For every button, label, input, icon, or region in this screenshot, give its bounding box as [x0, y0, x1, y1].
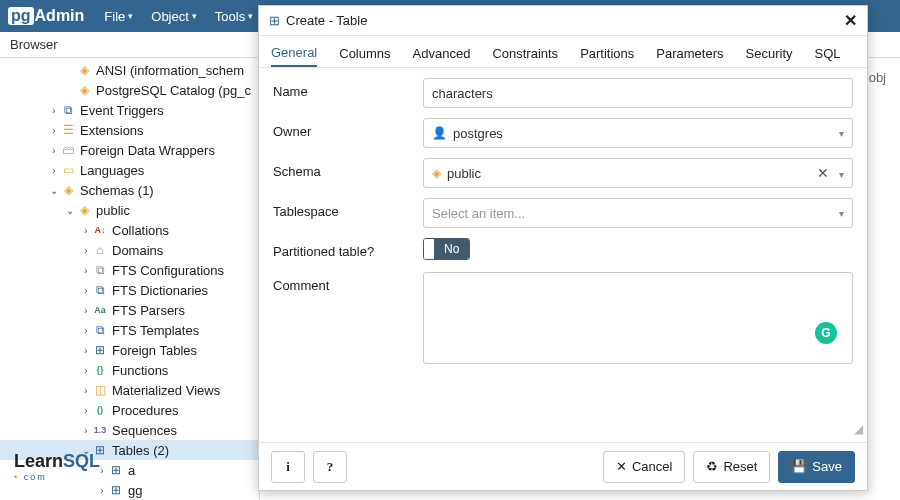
- tree-node[interactable]: ›⌂Domains: [0, 240, 259, 260]
- tree-node[interactable]: ◈PostgreSQL Catalog (pg_c: [0, 80, 259, 100]
- tree-node[interactable]: ›⧉FTS Dictionaries: [0, 280, 259, 300]
- chevron-down-icon: ▾: [128, 11, 133, 21]
- cancel-button[interactable]: ✕Cancel: [603, 451, 685, 483]
- schema-value: public: [447, 166, 481, 181]
- tree-node-icon: ◈: [76, 83, 92, 97]
- grammarly-icon[interactable]: G: [815, 322, 837, 344]
- tree-node-label: a: [128, 463, 135, 478]
- tree-node-icon: ◈: [76, 203, 92, 217]
- tree-caret-icon[interactable]: ›: [80, 345, 92, 356]
- tree-node-icon: ⧉: [92, 263, 108, 277]
- chevron-down-icon: ✕▾: [817, 165, 844, 181]
- tree-caret-icon[interactable]: ›: [80, 405, 92, 416]
- top-menu: File▾ Object▾ Tools▾: [104, 9, 253, 24]
- tablespace-select[interactable]: Select an item... ▾: [423, 198, 853, 228]
- tree-node-label: gg: [128, 483, 142, 498]
- menu-file[interactable]: File▾: [104, 9, 133, 24]
- tree-node-icon: 1.3: [92, 425, 108, 435]
- tree-caret-icon[interactable]: ›: [80, 365, 92, 376]
- dialog-titlebar[interactable]: ⊞ Create - Table ✕: [259, 6, 867, 36]
- tab-constraints[interactable]: Constraints: [492, 46, 558, 67]
- tree-node-icon: {}: [92, 365, 108, 375]
- tree-caret-icon[interactable]: ›: [80, 325, 92, 336]
- tree-node-label: Tables (2): [112, 443, 169, 458]
- browser-label: Browser: [10, 37, 58, 52]
- tree-node[interactable]: ›1.3Sequences: [0, 420, 259, 440]
- help-button[interactable]: ?: [313, 451, 347, 483]
- tree-node[interactable]: ›()Procedures: [0, 400, 259, 420]
- recycle-icon: ♻: [706, 459, 718, 474]
- partitioned-toggle[interactable]: No: [423, 238, 470, 260]
- tree-caret-icon[interactable]: ›: [48, 145, 60, 156]
- info-button[interactable]: i: [271, 451, 305, 483]
- tree-node[interactable]: ›{}Functions: [0, 360, 259, 380]
- user-icon: 👤: [432, 126, 447, 140]
- tree-caret-icon[interactable]: ›: [80, 425, 92, 436]
- schema-label: Schema: [273, 158, 423, 179]
- tab-columns[interactable]: Columns: [339, 46, 390, 67]
- tree-caret-icon[interactable]: ›: [80, 225, 92, 236]
- schema-select[interactable]: ◈ public ✕▾: [423, 158, 853, 188]
- tree-node[interactable]: ›⧉FTS Templates: [0, 320, 259, 340]
- tree-node[interactable]: ›⧉FTS Configurations: [0, 260, 259, 280]
- menu-object[interactable]: Object▾: [151, 9, 197, 24]
- owner-value: postgres: [453, 126, 503, 141]
- tree-node[interactable]: ›AaFTS Parsers: [0, 300, 259, 320]
- logo: pgAdmin: [8, 7, 84, 25]
- close-icon[interactable]: ✕: [844, 11, 857, 30]
- dialog-body: Name Owner 👤 postgres ▾ Schema ◈ public …: [259, 68, 867, 442]
- name-input[interactable]: [423, 78, 853, 108]
- tree-node-label: ANSI (information_schem: [96, 63, 244, 78]
- tab-parameters[interactable]: Parameters: [656, 46, 723, 67]
- create-table-dialog: ⊞ Create - Table ✕ GeneralColumnsAdvance…: [258, 5, 868, 491]
- tree-node[interactable]: ›☰Extensions: [0, 120, 259, 140]
- tree-node-icon: ▭: [60, 163, 76, 177]
- save-button[interactable]: 💾Save: [778, 451, 855, 483]
- comment-textarea[interactable]: [423, 272, 853, 364]
- tree-caret-icon[interactable]: ›: [96, 485, 108, 496]
- resize-handle-icon[interactable]: ◢: [854, 422, 863, 436]
- tree-node[interactable]: ◈ANSI (information_schem: [0, 60, 259, 80]
- owner-select[interactable]: 👤 postgres ▾: [423, 118, 853, 148]
- tab-sql[interactable]: SQL: [815, 46, 841, 67]
- tree-node[interactable]: ›⊞gg: [0, 480, 259, 500]
- tree-node[interactable]: ›🗃Foreign Data Wrappers: [0, 140, 259, 160]
- tree-node-label: Schemas (1): [80, 183, 154, 198]
- learnsql-watermark: LearnSQL • com: [14, 451, 100, 482]
- tree-node-label: Procedures: [112, 403, 178, 418]
- tree-caret-icon[interactable]: ›: [48, 105, 60, 116]
- tree-caret-icon[interactable]: ›: [80, 305, 92, 316]
- tab-partitions[interactable]: Partitions: [580, 46, 634, 67]
- tree-caret-icon[interactable]: ›: [80, 285, 92, 296]
- tree-node[interactable]: ⌄◈public: [0, 200, 259, 220]
- tree-caret-icon[interactable]: ›: [80, 385, 92, 396]
- tree-node[interactable]: ›A↓Collations: [0, 220, 259, 240]
- comment-label: Comment: [273, 272, 423, 293]
- tab-security[interactable]: Security: [746, 46, 793, 67]
- tree-node-label: Materialized Views: [112, 383, 220, 398]
- tree-node-label: FTS Configurations: [112, 263, 224, 278]
- tree-node[interactable]: ›◫Materialized Views: [0, 380, 259, 400]
- save-icon: 💾: [791, 459, 807, 474]
- schema-icon: ◈: [432, 166, 441, 180]
- tree-node-label: Event Triggers: [80, 103, 164, 118]
- tree-caret-icon[interactable]: ›: [48, 165, 60, 176]
- tab-advanced[interactable]: Advanced: [413, 46, 471, 67]
- tree-node[interactable]: ›⧉Event Triggers: [0, 100, 259, 120]
- tree-node[interactable]: ›⊞Foreign Tables: [0, 340, 259, 360]
- reset-button[interactable]: ♻Reset: [693, 451, 770, 483]
- tree-node[interactable]: ›▭Languages: [0, 160, 259, 180]
- tree-caret-icon[interactable]: ›: [80, 245, 92, 256]
- tree-caret-icon[interactable]: ⌄: [48, 185, 60, 196]
- clear-icon[interactable]: ✕: [817, 165, 829, 181]
- browser-tree[interactable]: ◈ANSI (information_schem◈PostgreSQL Cata…: [0, 58, 260, 500]
- tree-node[interactable]: ⌄◈Schemas (1): [0, 180, 259, 200]
- tree-caret-icon[interactable]: ›: [80, 265, 92, 276]
- tree-caret-icon[interactable]: ⌄: [64, 205, 76, 216]
- tree-node-icon: ☰: [60, 123, 76, 137]
- dialog-footer: i ? ✕Cancel ♻Reset 💾Save: [259, 442, 867, 490]
- tree-caret-icon[interactable]: ›: [48, 125, 60, 136]
- close-icon: ✕: [616, 459, 627, 474]
- tab-general[interactable]: General: [271, 45, 317, 67]
- menu-tools[interactable]: Tools▾: [215, 9, 253, 24]
